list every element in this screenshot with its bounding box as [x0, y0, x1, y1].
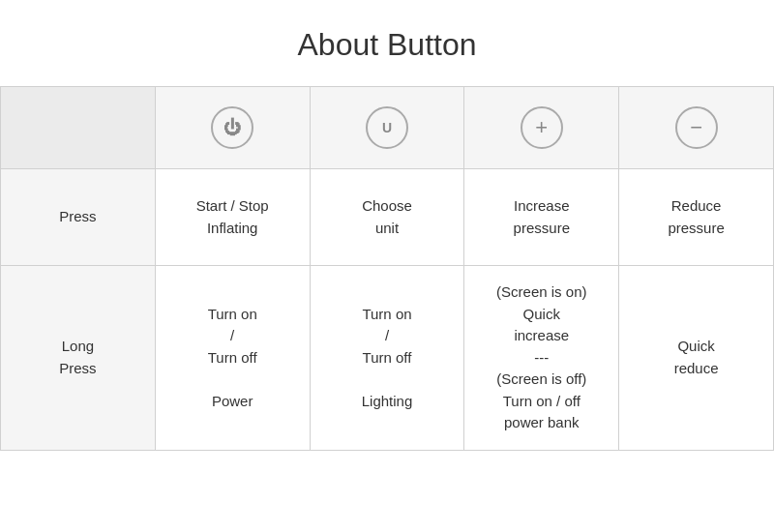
power-icon: ⏻ — [211, 106, 253, 149]
long-press-power-cell: Turn on/Turn offPower — [155, 266, 310, 451]
long-press-minus-cell: Quickreduce — [619, 266, 774, 451]
long-press-label: LongPress — [1, 266, 156, 451]
about-button-table: ⏻ U + − Press Start / StopInflating — [0, 86, 774, 451]
press-power-cell: Start / StopInflating — [155, 169, 310, 266]
press-unit-cell: Chooseunit — [310, 169, 464, 266]
header-minus: − — [619, 87, 774, 169]
minus-icon: − — [675, 106, 718, 149]
header-row: ⏻ U + − — [1, 87, 774, 169]
page-title: About Button — [0, 0, 774, 86]
press-row: Press Start / StopInflating Chooseunit I… — [1, 169, 774, 266]
press-label: Press — [1, 169, 156, 266]
header-empty — [1, 87, 156, 169]
long-press-row: LongPress Turn on/Turn offPower Turn on/… — [1, 266, 774, 451]
long-press-unit-cell: Turn on/Turn offLighting — [310, 266, 464, 451]
header-power: ⏻ — [155, 87, 310, 169]
table-wrapper: ⏻ U + − Press Start / StopInflating — [0, 86, 774, 451]
unit-icon: U — [366, 106, 408, 149]
press-plus-cell: Increasepressure — [464, 169, 619, 266]
header-plus: + — [464, 87, 619, 169]
long-press-plus-cell: (Screen is on)Quickincrease---(Screen is… — [464, 266, 619, 451]
plus-icon: + — [521, 106, 563, 149]
header-unit: U — [310, 87, 464, 169]
press-minus-cell: Reducepressure — [619, 169, 774, 266]
